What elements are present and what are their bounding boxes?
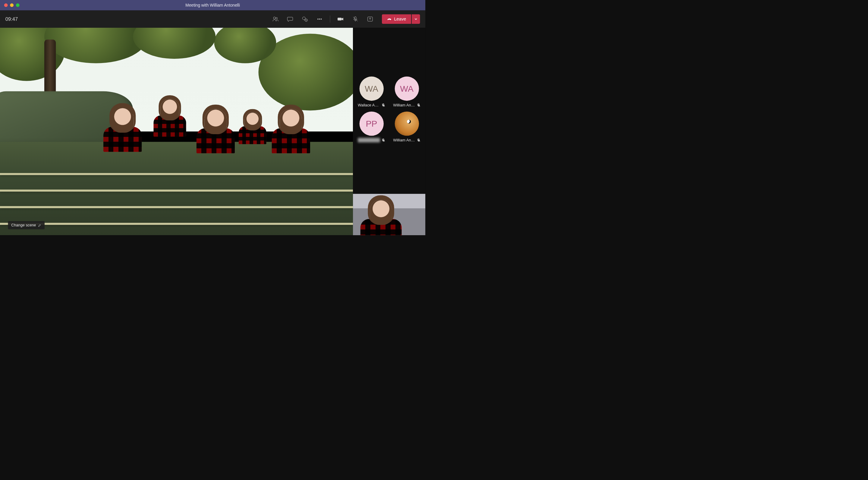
participants-grid: WA Wallace Ant... WA William Ant... <box>353 77 425 143</box>
svg-point-4 <box>307 20 307 20</box>
svg-point-7 <box>321 19 322 20</box>
svg-point-3 <box>306 20 306 20</box>
window-close-button[interactable] <box>4 3 8 7</box>
window-fullscreen-button[interactable] <box>16 3 20 7</box>
meeting-window: Meeting with William Antonelli 09:47 <box>0 0 425 235</box>
participant-name: —————— <box>358 138 380 142</box>
participant-tile[interactable]: PP —————— <box>356 112 387 142</box>
participant-name: Wallace Ant... <box>358 103 380 107</box>
scene-canvas <box>0 28 353 235</box>
meeting-toolbar: 09:47 <box>0 10 425 28</box>
share-icon <box>367 16 373 22</box>
more-actions-button[interactable] <box>314 13 326 25</box>
mic-toggle-button[interactable] <box>349 13 361 25</box>
reactions-icon <box>302 16 308 22</box>
edit-icon <box>38 224 41 227</box>
leave-group: Leave <box>382 14 420 24</box>
chevron-down-icon <box>414 17 418 21</box>
call-duration: 09:47 <box>5 16 18 22</box>
together-mode-stage: Change scene <box>0 28 353 235</box>
reactions-button[interactable] <box>299 13 311 25</box>
chat-icon <box>287 16 293 22</box>
window-minimize-button[interactable] <box>10 3 13 7</box>
titlebar: Meeting with William Antonelli <box>0 0 425 10</box>
window-title: Meeting with William Antonelli <box>0 3 425 7</box>
svg-point-1 <box>276 18 277 19</box>
svg-point-2 <box>305 19 307 22</box>
avatar: PP <box>359 112 383 136</box>
window-controls <box>4 3 20 7</box>
avatar: WA <box>395 77 419 101</box>
participant-tile[interactable]: WA William Ant... <box>391 77 422 107</box>
camera-toggle-button[interactable] <box>335 13 346 25</box>
svg-point-0 <box>273 17 276 19</box>
svg-point-6 <box>319 19 320 20</box>
participants-icon <box>272 16 279 22</box>
toolbar-separator <box>330 16 330 23</box>
mic-muted-icon <box>417 138 421 142</box>
avatar: WA <box>359 77 383 101</box>
camera-icon <box>337 16 344 22</box>
change-scene-label: Change scene <box>11 223 36 227</box>
mic-muted-icon <box>381 138 385 142</box>
avatar <box>395 112 419 136</box>
participants-button[interactable] <box>270 13 281 25</box>
leave-options-button[interactable] <box>412 14 420 24</box>
participant-name: William Ant... <box>393 138 415 142</box>
mic-muted-icon <box>417 103 421 107</box>
more-icon <box>316 16 323 22</box>
leave-label: Leave <box>394 17 406 22</box>
hangup-icon <box>387 17 392 22</box>
meeting-content: Change scene WA Wallace Ant... <box>0 28 425 235</box>
change-scene-button[interactable]: Change scene <box>8 221 44 230</box>
leave-button[interactable]: Leave <box>382 14 411 24</box>
participant-tile[interactable]: WA Wallace Ant... <box>356 77 387 107</box>
share-screen-button[interactable] <box>364 13 376 25</box>
mic-muted-icon <box>381 103 385 107</box>
participant-name: William Ant... <box>393 103 415 107</box>
mic-muted-icon <box>352 16 359 22</box>
chat-button[interactable] <box>284 13 296 25</box>
svg-point-5 <box>317 19 318 20</box>
self-view[interactable] <box>353 194 425 235</box>
participants-panel: WA Wallace Ant... WA William Ant... <box>353 28 425 235</box>
participant-tile[interactable]: William Ant... <box>391 112 422 142</box>
